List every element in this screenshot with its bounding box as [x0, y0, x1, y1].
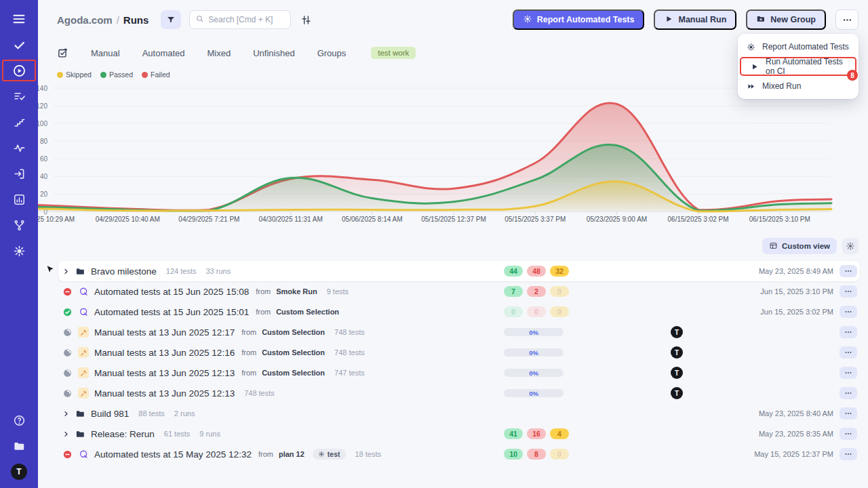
tab-unfinished[interactable]: Unfinished [253, 48, 294, 58]
sidebar-item-check[interactable] [9, 35, 28, 54]
row-menu-button[interactable] [840, 407, 857, 420]
manual-run-button[interactable]: Manual Run [654, 9, 736, 30]
row-menu-button[interactable] [840, 306, 857, 318]
run-title: Manual tests at 13 Jun 2025 12:16 [94, 348, 235, 358]
run-row[interactable]: Manual tests at 13 Jun 2025 12:16fromCus… [58, 342, 860, 363]
sidebar-item-play-circle[interactable] [2, 60, 36, 81]
result-badges: 1080 [504, 449, 569, 460]
group-row[interactable]: Bravo milestone124 tests33 runs444832May… [58, 261, 860, 281]
sidebar-item-folders[interactable] [9, 436, 28, 455]
legend-item-passed[interactable]: Passed [100, 70, 133, 79]
skipped-count-badge: 0 [550, 306, 569, 317]
sidebar-item-hamburger[interactable] [9, 9, 28, 28]
more-actions-button[interactable] [835, 9, 859, 30]
row-menu-button[interactable] [840, 367, 857, 379]
automated-run-icon [78, 286, 89, 297]
filter-button[interactable] [161, 10, 181, 29]
user-avatar[interactable]: T [11, 464, 27, 480]
passed-count-badge: 7 [504, 286, 523, 297]
sidebar-item-list-check[interactable] [9, 87, 28, 106]
assignee-avatar[interactable]: T [671, 367, 683, 379]
assignee-avatar[interactable]: T [671, 387, 683, 399]
checklist-icon[interactable] [57, 47, 68, 59]
row-right: Jun 15, 2025 3:10 PM [760, 285, 857, 298]
row-menu-button[interactable] [840, 448, 857, 460]
legend-item-skipped[interactable]: Skipped [57, 70, 92, 79]
assignee-avatar[interactable]: T [671, 346, 683, 359]
run-row[interactable]: Manual tests at 13 Jun 2025 12:13748 tes… [58, 383, 860, 403]
branch-icon [13, 219, 26, 232]
from-label: from [241, 348, 256, 357]
manual-run-icon [80, 329, 87, 336]
row-menu-button[interactable] [840, 326, 857, 338]
menu-item-run-automated-tests-on-ci[interactable]: Run Automated Tests on CI [741, 58, 855, 75]
custom-view-button[interactable]: Custom view [762, 238, 837, 254]
legend-item-failed[interactable]: Failed [142, 70, 170, 79]
tab-groups[interactable]: Groups [317, 48, 347, 58]
tab-automated[interactable]: Automated [142, 48, 185, 58]
sidebar-item-stairs[interactable] [9, 113, 28, 131]
view-settings-button[interactable] [842, 238, 859, 254]
sliders-icon [300, 14, 312, 26]
menu-item-mixed-run[interactable]: Mixed Run [738, 77, 859, 95]
stairs-icon [13, 116, 26, 129]
run-row[interactable]: Automated tests at 15 Jun 2025 15:01from… [58, 302, 860, 322]
sidebar-item-gear[interactable] [9, 241, 28, 260]
runs-count: 2 runs [174, 409, 195, 418]
from-label: from [241, 369, 256, 377]
assignee-avatar[interactable]: T [671, 326, 683, 338]
progress-value: 0% [529, 329, 538, 336]
passed-count-badge: 0 [504, 306, 523, 317]
bar-chart-icon [13, 193, 26, 206]
sliders-icon[interactable] [298, 10, 314, 29]
run-row[interactable]: Automated tests at 15 May 2025 12:32from… [58, 444, 860, 464]
failed-count-badge: 16 [527, 428, 546, 439]
sidebar-item-import[interactable] [9, 164, 28, 183]
chevron-right-icon[interactable] [62, 410, 70, 418]
menu-item-report-automated-tests[interactable]: Report Automated Tests [738, 38, 859, 56]
gear-icon [13, 245, 26, 258]
y-axis-tick: 80 [40, 138, 48, 145]
runs-count: 9 runs [199, 430, 220, 438]
search-input[interactable] [208, 15, 285, 24]
chevron-right-icon[interactable] [62, 430, 70, 438]
progress-bar: 0% [504, 369, 564, 377]
sidebar-item-activity[interactable] [9, 138, 28, 157]
y-axis-tick: 20 [40, 190, 48, 198]
group-row[interactable]: Release: Rerun61 tests9 runs41164May 23,… [58, 424, 860, 444]
run-row[interactable]: Automated tests at 15 Jun 2025 15:08from… [58, 281, 860, 302]
run-title: Manual tests at 13 Jun 2025 12:17 [94, 327, 235, 338]
tests-count: 18 tests [355, 450, 382, 458]
sidebar-item-help[interactable] [9, 411, 28, 430]
chevron-right-icon[interactable] [62, 268, 70, 275]
row-menu-button[interactable] [840, 265, 857, 277]
group-row[interactable]: Build 98188 tests2 runsMay 23, 2025 8:40… [58, 403, 860, 424]
skipped-count-badge: 0 [550, 286, 569, 297]
ellipsis-icon [844, 369, 852, 377]
row-menu-button[interactable] [840, 387, 857, 399]
run-row[interactable]: Manual tests at 13 Jun 2025 12:17fromCus… [58, 322, 860, 342]
automated-run-icon [79, 449, 89, 460]
run-date: May 23, 2025 8:35 AM [759, 430, 833, 438]
filter-chip-test-work[interactable]: test work [371, 47, 416, 59]
run-title: Automated tests at 15 Jun 2025 15:01 [94, 307, 249, 317]
report-automated-tests-button[interactable]: Report Automated Tests [513, 9, 645, 30]
chart-canvas: 020406080100120140/29/2025 10:29 AM04/29… [0, 84, 868, 228]
tab-mixed[interactable]: Mixed [208, 48, 231, 58]
row-menu-button[interactable] [840, 428, 857, 440]
breadcrumb-project[interactable]: Agoda.com [57, 14, 113, 26]
row-menu-button[interactable] [840, 346, 857, 359]
search-box[interactable] [189, 10, 291, 29]
progress-status-icon [62, 388, 73, 399]
tests-count: 748 tests [334, 348, 365, 357]
tab-manual[interactable]: Manual [91, 48, 120, 58]
new-group-button[interactable]: New Group [746, 9, 826, 30]
sidebar-item-bar-chart[interactable] [9, 190, 28, 209]
row-right [840, 367, 857, 379]
run-row[interactable]: Manual tests at 13 Jun 2025 12:13fromCus… [58, 363, 860, 383]
new-group-label: New Group [770, 15, 816, 24]
chevron-right-icon [62, 430, 70, 438]
sidebar-item-branch[interactable] [9, 216, 28, 235]
breadcrumb: Agoda.com / Runs [57, 14, 149, 26]
row-menu-button[interactable] [840, 285, 857, 298]
